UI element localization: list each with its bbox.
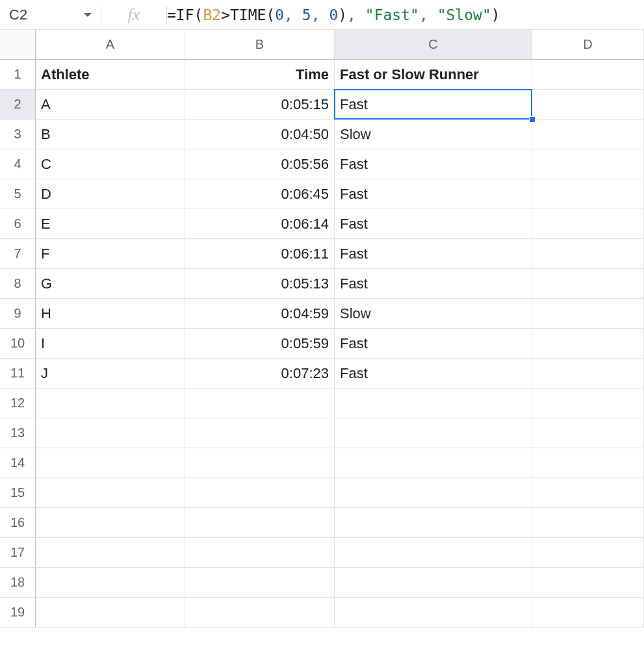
row-header[interactable]: 13: [0, 418, 36, 448]
cell[interactable]: [36, 418, 185, 448]
cell[interactable]: [532, 120, 644, 149]
cell[interactable]: [532, 538, 644, 568]
column-header[interactable]: D: [532, 30, 644, 60]
row-header[interactable]: 18: [0, 568, 36, 598]
cell[interactable]: D: [36, 179, 185, 209]
cell[interactable]: [532, 209, 644, 239]
cell[interactable]: 0:04:50: [185, 120, 335, 149]
column-header[interactable]: B: [185, 30, 335, 60]
cell[interactable]: Slow: [335, 299, 532, 329]
cell[interactable]: 0:06:11: [185, 239, 335, 269]
cell[interactable]: [532, 359, 644, 388]
row-header[interactable]: 4: [0, 149, 36, 179]
column-header[interactable]: C: [335, 30, 532, 60]
row-header[interactable]: 19: [0, 598, 36, 628]
cell[interactable]: Fast: [335, 90, 532, 120]
row-header[interactable]: 1: [0, 60, 36, 90]
cell[interactable]: Slow: [335, 120, 532, 149]
cell[interactable]: I: [36, 329, 185, 359]
cell[interactable]: 0:05:56: [185, 149, 335, 179]
cell[interactable]: [36, 448, 185, 478]
cell[interactable]: [185, 568, 335, 598]
cell[interactable]: [532, 239, 644, 269]
cell[interactable]: [36, 388, 185, 418]
row-header[interactable]: 12: [0, 388, 36, 418]
cell[interactable]: E: [36, 209, 185, 239]
cell[interactable]: [185, 388, 335, 418]
cell[interactable]: Fast: [335, 329, 532, 359]
column-header[interactable]: A: [36, 30, 185, 60]
cell[interactable]: [36, 508, 185, 538]
row-header[interactable]: 11: [0, 359, 36, 388]
row-header[interactable]: 6: [0, 209, 36, 239]
row-header[interactable]: 8: [0, 269, 36, 299]
cell[interactable]: [335, 508, 532, 538]
cell[interactable]: 0:05:15: [185, 90, 335, 120]
cell[interactable]: [335, 418, 532, 448]
fill-handle[interactable]: [529, 116, 535, 123]
cell[interactable]: [185, 538, 335, 568]
cell[interactable]: H: [36, 299, 185, 329]
cell[interactable]: [185, 448, 335, 478]
cell[interactable]: [36, 568, 185, 598]
cell[interactable]: 0:06:14: [185, 209, 335, 239]
cell[interactable]: [532, 418, 644, 448]
cell[interactable]: [185, 478, 335, 508]
row-header[interactable]: 15: [0, 478, 36, 508]
cell[interactable]: [335, 598, 532, 628]
cell[interactable]: C: [36, 149, 185, 179]
cell[interactable]: 0:06:45: [185, 179, 335, 209]
row-header[interactable]: 5: [0, 179, 36, 209]
cell[interactable]: Fast: [335, 149, 532, 179]
cell[interactable]: 0:05:59: [185, 329, 335, 359]
cell[interactable]: [36, 538, 185, 568]
cell[interactable]: [532, 388, 644, 418]
cell[interactable]: [532, 269, 644, 299]
cell[interactable]: F: [36, 239, 185, 269]
cell[interactable]: [532, 508, 644, 538]
cell[interactable]: Fast: [335, 209, 532, 239]
cell[interactable]: Fast or Slow Runner: [335, 60, 532, 90]
row-header[interactable]: 2: [0, 90, 36, 120]
formula-input[interactable]: =IF(B2>TIME(0, 5, 0), "Fast", "Slow"): [167, 6, 644, 23]
cell[interactable]: [36, 478, 185, 508]
cell[interactable]: [335, 538, 532, 568]
cell[interactable]: 0:07:23: [185, 359, 335, 388]
cell[interactable]: [532, 568, 644, 598]
cell[interactable]: [335, 568, 532, 598]
row-header[interactable]: 3: [0, 120, 36, 149]
cell[interactable]: [532, 329, 644, 359]
cell[interactable]: 0:04:59: [185, 299, 335, 329]
cell[interactable]: [532, 299, 644, 329]
cell[interactable]: [532, 179, 644, 209]
cell[interactable]: 0:05:13: [185, 269, 335, 299]
chevron-down-icon[interactable]: [84, 13, 92, 17]
cell[interactable]: [532, 448, 644, 478]
select-all-corner[interactable]: [0, 30, 36, 60]
cell[interactable]: [532, 90, 644, 120]
cell[interactable]: Athlete: [36, 60, 185, 90]
cell[interactable]: Time: [185, 60, 335, 90]
row-header[interactable]: 9: [0, 299, 36, 329]
cell[interactable]: A: [36, 90, 185, 120]
cell[interactable]: [185, 418, 335, 448]
cell[interactable]: [335, 448, 532, 478]
cell[interactable]: G: [36, 269, 185, 299]
row-header[interactable]: 16: [0, 508, 36, 538]
cell[interactable]: [532, 60, 644, 90]
cell[interactable]: Fast: [335, 269, 532, 299]
cell[interactable]: [36, 598, 185, 628]
cell[interactable]: Fast: [335, 359, 532, 388]
cell[interactable]: [532, 598, 644, 628]
cell[interactable]: [532, 478, 644, 508]
spreadsheet-grid[interactable]: ABCD1AthleteTimeFast or Slow Runner2A0:0…: [0, 30, 644, 628]
cell[interactable]: [185, 598, 335, 628]
cell[interactable]: Fast: [335, 239, 532, 269]
cell[interactable]: Fast: [335, 179, 532, 209]
cell[interactable]: [532, 149, 644, 179]
row-header[interactable]: 14: [0, 448, 36, 478]
row-header[interactable]: 17: [0, 538, 36, 568]
cell[interactable]: [335, 478, 532, 508]
cell[interactable]: [335, 388, 532, 418]
name-box[interactable]: C2: [0, 0, 101, 29]
